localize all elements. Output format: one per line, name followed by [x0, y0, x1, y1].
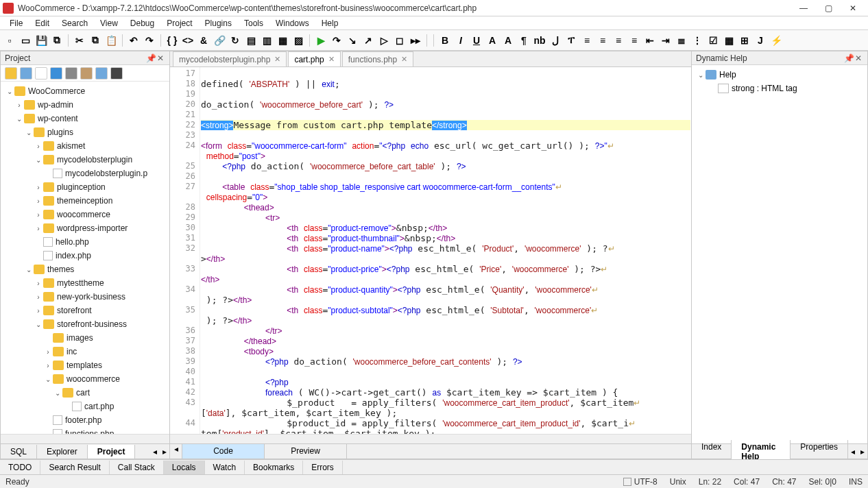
file-icon[interactable]	[35, 67, 47, 80]
chevron-right-icon[interactable]: ›	[34, 197, 43, 205]
tree-node[interactable]: ›pluginception	[1, 180, 169, 194]
tab-scroll-left-icon[interactable]: ◂	[848, 447, 858, 456]
gear-icon[interactable]	[65, 67, 77, 80]
redo-button[interactable]: ↷	[143, 34, 156, 47]
tool-tab-search-result[interactable]: Search Result	[40, 461, 109, 474]
color-button[interactable]: A	[501, 34, 515, 47]
help-tree[interactable]: ⌄Help·strong : HTML tag	[692, 65, 867, 443]
align-just-button[interactable]: ≡	[627, 34, 641, 47]
help-item[interactable]: ⌄Help	[693, 68, 866, 82]
tree-node[interactable]: ›new-york-business	[1, 290, 169, 304]
font-button[interactable]: A	[485, 34, 499, 47]
tree-node[interactable]: ·footer.php	[1, 413, 169, 427]
undo-button[interactable]: ↶	[127, 34, 141, 47]
chevron-down-icon[interactable]: ⌄	[24, 129, 34, 136]
tree-node[interactable]: ·images	[1, 331, 169, 345]
tree-node[interactable]: ›mytesttheme	[1, 276, 169, 290]
status-encoding[interactable]: UTF-8	[634, 477, 658, 487]
entity-button[interactable]: &	[197, 34, 210, 47]
chevron-down-icon[interactable]: ⌄	[696, 71, 706, 79]
J-button[interactable]: ل	[548, 34, 562, 47]
menu-project[interactable]: Project	[161, 17, 197, 29]
tab-close-icon[interactable]: ✕	[401, 55, 407, 64]
chevron-right-icon[interactable]: ›	[34, 307, 43, 315]
tree-node[interactable]: ›wp-admin	[1, 98, 169, 112]
tab-scroll-right-icon[interactable]: ▸	[858, 447, 867, 456]
tab-scroll-right-icon[interactable]: ▸	[160, 447, 169, 456]
calendar-icon[interactable]	[20, 67, 32, 80]
new-button[interactable]: ▫	[3, 34, 16, 47]
tree-node[interactable]: ⌄wp-content	[1, 112, 169, 125]
tree-node[interactable]: ›themeinception	[1, 194, 169, 208]
T-button[interactable]: ፐ	[564, 34, 578, 47]
explorer-icon[interactable]	[5, 67, 17, 80]
table-button[interactable]: ▦	[722, 34, 736, 47]
menu-file[interactable]: File	[4, 17, 28, 29]
file-blue-icon[interactable]	[95, 67, 108, 80]
project-scroll-h[interactable]	[1, 434, 169, 443]
chevron-right-icon[interactable]: ›	[34, 211, 43, 219]
view-tab-code[interactable]: Code	[182, 444, 265, 459]
underline-button[interactable]: U	[470, 34, 483, 47]
tool-tab-watch[interactable]: Watch	[205, 461, 245, 474]
tool-tab-todo[interactable]: TODO	[0, 461, 40, 474]
tree-node[interactable]: ·cart.php	[1, 400, 169, 413]
chevron-right-icon[interactable]: ›	[34, 143, 43, 150]
P-button[interactable]: ¶	[517, 34, 531, 47]
encoding-checkbox-icon[interactable]	[623, 478, 631, 486]
chevron-right-icon[interactable]: ›	[34, 184, 43, 191]
tree-node[interactable]: ›templates	[1, 358, 169, 372]
tool-tab-errors[interactable]: Errors	[303, 461, 343, 474]
tree-node[interactable]: ⌄plugins	[1, 125, 169, 139]
ol-button[interactable]: ≣	[675, 34, 688, 47]
maximize-button[interactable]: ▢	[816, 1, 841, 16]
project-tree[interactable]: ⌄WooCommerce›wp-admin⌄wp-content⌄plugins…	[1, 82, 169, 434]
highlight-button[interactable]: ▨	[291, 34, 305, 47]
stop-button[interactable]: ◻	[393, 34, 407, 47]
cp-scroll-left-icon[interactable]: ◂	[170, 444, 182, 459]
refresh-button[interactable]: ↻	[228, 34, 242, 47]
menu-windows[interactable]: Windows	[270, 17, 315, 29]
chevron-right-icon[interactable]: ›	[34, 293, 43, 301]
editor-tab[interactable]: cart.php✕	[288, 51, 340, 66]
blue-icon[interactable]	[50, 67, 62, 80]
folder-brown-icon[interactable]	[80, 67, 93, 80]
editor-scroll-h[interactable]	[170, 434, 691, 443]
italic-button[interactable]: I	[454, 34, 468, 47]
step-into-button[interactable]: ↘	[346, 34, 359, 47]
align-right-button[interactable]: ≡	[612, 34, 625, 47]
editor-body[interactable]: 1718192021222324252627282930313233343536…	[170, 67, 691, 434]
minimize-button[interactable]: —	[791, 1, 816, 16]
checklist-button[interactable]: ☑	[706, 34, 720, 47]
close-panel-icon[interactable]: ✕	[156, 53, 165, 63]
pal2-button[interactable]: ▥	[260, 34, 274, 47]
help-pin-icon[interactable]: 📌	[844, 53, 854, 63]
lightning-button[interactable]: ⚡	[769, 34, 783, 47]
tree-node[interactable]: ⌄storefront-business	[1, 317, 169, 331]
save-button[interactable]: 💾	[34, 34, 48, 47]
chevron-right-icon[interactable]: ›	[34, 280, 43, 287]
status-eol[interactable]: Unix	[670, 477, 686, 487]
tool-tab-locals[interactable]: Locals	[164, 461, 205, 474]
chevron-right-icon[interactable]: ›	[43, 362, 53, 369]
help-close-icon[interactable]: ✕	[854, 53, 863, 63]
cut-button[interactable]: ✂	[73, 34, 86, 47]
tab-scroll-left-icon[interactable]: ◂	[150, 447, 160, 456]
tab-close-icon[interactable]: ✕	[274, 55, 280, 64]
tree-node[interactable]: ›woocommerce	[1, 208, 169, 221]
ul-button[interactable]: ⋮	[690, 34, 704, 47]
chevron-right-icon[interactable]: ›	[14, 101, 24, 109]
tree-node[interactable]: ⌄cart	[1, 386, 169, 400]
pin-icon[interactable]: 📌	[146, 53, 156, 63]
menu-edit[interactable]: Edit	[29, 17, 55, 29]
panel-tab-explorer[interactable]: Explorer	[37, 445, 88, 459]
chevron-down-icon[interactable]: ⌄	[53, 389, 62, 397]
chevron-down-icon[interactable]: ⌄	[34, 321, 43, 328]
chevron-down-icon[interactable]: ⌄	[43, 376, 53, 383]
open-button[interactable]: ▭	[19, 34, 32, 47]
copy-button[interactable]: ⧉	[88, 34, 102, 47]
brackets-button[interactable]: { }	[165, 34, 179, 47]
chevron-down-icon[interactable]: ⌄	[24, 266, 34, 273]
editor-tab[interactable]: functions.php✕	[342, 51, 413, 66]
indent-button[interactable]: ⇥	[659, 34, 673, 47]
